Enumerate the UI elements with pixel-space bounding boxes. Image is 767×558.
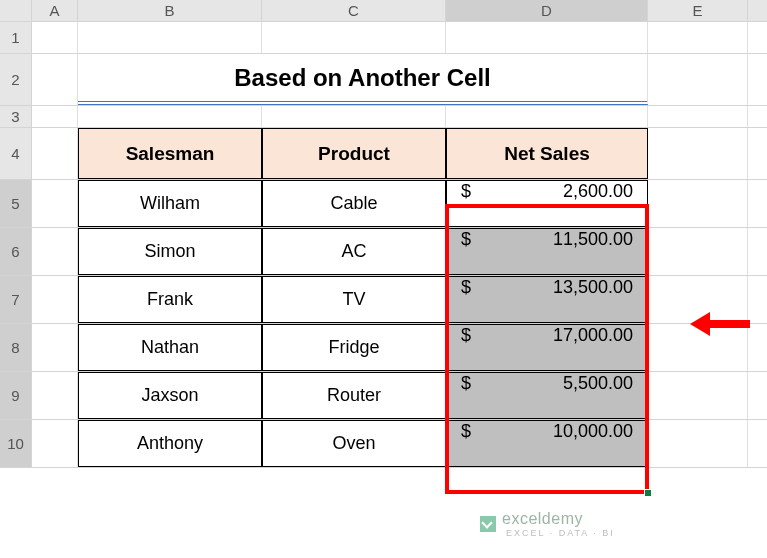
row-header-3[interactable]: 3 bbox=[0, 106, 32, 127]
currency-symbol: $ bbox=[461, 421, 471, 466]
cell-sales-4[interactable]: $ 5,500.00 bbox=[446, 372, 648, 419]
cell-e6[interactable] bbox=[648, 228, 748, 275]
cell-a5[interactable] bbox=[32, 180, 78, 227]
row-header-2[interactable]: 2 bbox=[0, 54, 32, 105]
cell-a7[interactable] bbox=[32, 276, 78, 323]
cell-salesman-2[interactable]: Frank bbox=[78, 276, 262, 323]
cell-c3[interactable] bbox=[262, 106, 446, 127]
cell-a2[interactable] bbox=[32, 54, 78, 105]
row-9: 9 Jaxson Router $ 5,500.00 bbox=[0, 372, 767, 420]
sales-amount: 5,500.00 bbox=[563, 373, 633, 418]
row-7: 7 Frank TV $ 13,500.00 bbox=[0, 276, 767, 324]
currency-symbol: $ bbox=[461, 181, 471, 226]
cell-a6[interactable] bbox=[32, 228, 78, 275]
cell-sales-2[interactable]: $ 13,500.00 bbox=[446, 276, 648, 323]
row-header-1[interactable]: 1 bbox=[0, 22, 32, 53]
cell-c1[interactable] bbox=[262, 22, 446, 53]
row-1: 1 bbox=[0, 22, 767, 54]
arrow-head-icon bbox=[690, 312, 710, 336]
cell-salesman-1[interactable]: Simon bbox=[78, 228, 262, 275]
cell-e1[interactable] bbox=[648, 22, 748, 53]
sales-amount: 2,600.00 bbox=[563, 181, 633, 226]
cell-a1[interactable] bbox=[32, 22, 78, 53]
title-cell[interactable]: Based on Another Cell bbox=[78, 54, 648, 105]
row-header-4[interactable]: 4 bbox=[0, 128, 32, 179]
currency-symbol: $ bbox=[461, 325, 471, 370]
cell-a8[interactable] bbox=[32, 324, 78, 371]
col-header-b[interactable]: B bbox=[78, 0, 262, 21]
col-header-c[interactable]: C bbox=[262, 0, 446, 21]
sales-amount: 17,000.00 bbox=[553, 325, 633, 370]
currency-symbol: $ bbox=[461, 373, 471, 418]
cell-e5[interactable] bbox=[648, 180, 748, 227]
cell-a3[interactable] bbox=[32, 106, 78, 127]
cell-salesman-3[interactable]: Nathan bbox=[78, 324, 262, 371]
row-5: 5 Wilham Cable $ 2,600.00 bbox=[0, 180, 767, 228]
cell-b1[interactable] bbox=[78, 22, 262, 53]
cell-salesman-4[interactable]: Jaxson bbox=[78, 372, 262, 419]
watermark-icon bbox=[480, 516, 496, 532]
sales-amount: 10,000.00 bbox=[553, 421, 633, 466]
cell-a9[interactable] bbox=[32, 372, 78, 419]
cell-product-1[interactable]: AC bbox=[262, 228, 446, 275]
cell-b3[interactable] bbox=[78, 106, 262, 127]
cell-sales-1[interactable]: $ 11,500.00 bbox=[446, 228, 648, 275]
cell-salesman-0[interactable]: Wilham bbox=[78, 180, 262, 227]
watermark: exceldemy EXCEL · DATA · BI bbox=[480, 510, 615, 538]
row-header-6[interactable]: 6 bbox=[0, 228, 32, 275]
cell-e4[interactable] bbox=[648, 128, 748, 179]
cell-a10[interactable] bbox=[32, 420, 78, 467]
row-4: 4 Salesman Product Net Sales bbox=[0, 128, 767, 180]
cell-product-0[interactable]: Cable bbox=[262, 180, 446, 227]
col-header-d[interactable]: D bbox=[446, 0, 648, 21]
sales-amount: 13,500.00 bbox=[553, 277, 633, 322]
currency-symbol: $ bbox=[461, 277, 471, 322]
select-all-corner[interactable] bbox=[0, 0, 32, 21]
cell-salesman-5[interactable]: Anthony bbox=[78, 420, 262, 467]
cell-product-5[interactable]: Oven bbox=[262, 420, 446, 467]
col-header-e[interactable]: E bbox=[648, 0, 748, 21]
row-10: 10 Anthony Oven $ 10,000.00 bbox=[0, 420, 767, 468]
row-header-10[interactable]: 10 bbox=[0, 420, 32, 467]
row-header-5[interactable]: 5 bbox=[0, 180, 32, 227]
header-netsales[interactable]: Net Sales bbox=[446, 128, 648, 179]
header-product[interactable]: Product bbox=[262, 128, 446, 179]
watermark-tagline: EXCEL · DATA · BI bbox=[506, 528, 615, 538]
cell-product-4[interactable]: Router bbox=[262, 372, 446, 419]
cell-d3[interactable] bbox=[446, 106, 648, 127]
fill-handle[interactable] bbox=[644, 489, 652, 497]
row-header-8[interactable]: 8 bbox=[0, 324, 32, 371]
currency-symbol: $ bbox=[461, 229, 471, 274]
cell-d1[interactable] bbox=[446, 22, 648, 53]
cell-product-3[interactable]: Fridge bbox=[262, 324, 446, 371]
cell-sales-0[interactable]: $ 2,600.00 bbox=[446, 180, 648, 227]
cell-sales-3[interactable]: $ 17,000.00 bbox=[446, 324, 648, 371]
arrow-line-icon bbox=[710, 320, 750, 328]
row-2: 2 Based on Another Cell bbox=[0, 54, 767, 106]
cell-product-2[interactable]: TV bbox=[262, 276, 446, 323]
row-header-7[interactable]: 7 bbox=[0, 276, 32, 323]
sales-amount: 11,500.00 bbox=[553, 229, 633, 274]
header-salesman[interactable]: Salesman bbox=[78, 128, 262, 179]
cell-a4[interactable] bbox=[32, 128, 78, 179]
cell-e10[interactable] bbox=[648, 420, 748, 467]
cell-e3[interactable] bbox=[648, 106, 748, 127]
col-header-a[interactable]: A bbox=[32, 0, 78, 21]
row-6: 6 Simon AC $ 11,500.00 bbox=[0, 228, 767, 276]
column-header-row: A B C D E bbox=[0, 0, 767, 22]
arrow-indicator bbox=[690, 312, 750, 336]
cell-e2[interactable] bbox=[648, 54, 748, 105]
row-header-9[interactable]: 9 bbox=[0, 372, 32, 419]
row-8: 8 Nathan Fridge $ 17,000.00 bbox=[0, 324, 767, 372]
cell-sales-5[interactable]: $ 10,000.00 bbox=[446, 420, 648, 467]
watermark-brand: exceldemy bbox=[502, 510, 583, 527]
cell-e9[interactable] bbox=[648, 372, 748, 419]
row-3: 3 bbox=[0, 106, 767, 128]
